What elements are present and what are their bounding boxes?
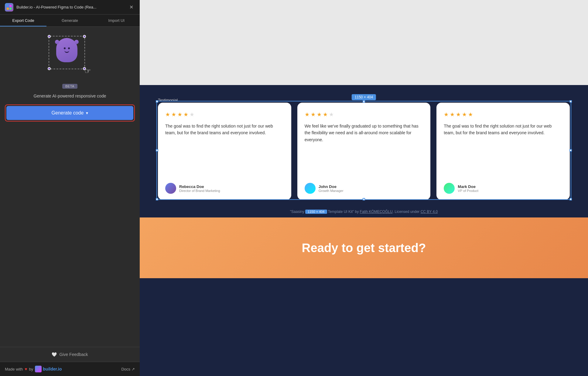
star-3-2: ★ [450, 111, 455, 118]
canvas-area: Testimonial 1150 × 404 ★ ★ ★ ★ ★ [140, 0, 588, 376]
builder-logo-icon [5, 3, 13, 12]
canvas-top-empty [140, 0, 588, 85]
stars-1: ★ ★ ★ ★ ★ [165, 111, 284, 118]
beta-badge: BETA [62, 84, 77, 89]
docs-label: Docs [121, 367, 130, 371]
char-ear-left [55, 40, 59, 44]
testimonial-text-1: The goal was to find the right solution … [165, 123, 284, 177]
size-indicator: 1150 × 404 [305, 210, 327, 214]
panel-body: ☞ BETA Generate AI-powered responsive co… [0, 27, 140, 347]
star-1-5: ★ [190, 111, 194, 118]
star-3-5: ★ [468, 111, 473, 118]
testimonial-text-2: We feel like we've finally graduated up … [305, 123, 423, 177]
generate-code-button[interactable]: Generate code ▾ [6, 106, 133, 120]
stars-2: ★ ★ ★ ★ ★ [305, 111, 423, 118]
chevron-down-icon: ▾ [86, 111, 88, 115]
panel-description: Generate AI-powered responsive code [34, 94, 106, 98]
star-2-1: ★ [305, 111, 309, 118]
testimonial-section-label: Testimonial [158, 98, 178, 102]
author-name-3: Mark Doe [458, 184, 478, 189]
svg-rect-2 [7, 8, 9, 10]
docs-link[interactable]: Docs ↗ [121, 367, 135, 371]
external-link-icon: ↗ [132, 367, 135, 371]
star-3-3: ★ [456, 111, 461, 118]
star-1-1: ★ [165, 111, 170, 118]
author-info-2: John Doe Growth Manager [319, 184, 344, 193]
panel-title: Builder.io - AI-Powered Figma to Code (R… [16, 5, 128, 9]
size-badge: 1150 × 404 [352, 94, 376, 100]
svg-rect-0 [7, 5, 9, 7]
dashed-selection [49, 36, 85, 69]
heart-icon: ♥ [25, 367, 27, 371]
feedback-area: 🤍 Give Feedback [0, 347, 140, 362]
illustration-area: ☞ [39, 33, 100, 81]
author-link[interactable]: Fatih KÖMEÇOĞLU [360, 210, 393, 214]
give-feedback-button[interactable]: 🤍 Give Feedback [52, 352, 88, 357]
plugin-panel: Builder.io - AI-Powered Figma to Code (R… [0, 0, 140, 376]
author-name-2: John Doe [319, 184, 344, 189]
tab-export-code[interactable]: Export Code [0, 15, 46, 26]
star-3-1: ★ [444, 111, 449, 118]
builder-logo: builder.io [35, 366, 62, 372]
svg-rect-1 [9, 5, 12, 7]
testimonial-section: Testimonial 1150 × 404 ★ ★ ★ ★ ★ [140, 85, 588, 206]
star-2-3: ★ [317, 111, 322, 118]
star-2-4: ★ [323, 111, 328, 118]
close-button[interactable]: ✕ [128, 4, 135, 11]
corner-tm [363, 100, 365, 103]
builder-logo-text: builder.io [43, 367, 62, 371]
ready-text: Ready to get started? [302, 241, 426, 255]
cursor-icon: ☞ [84, 67, 91, 75]
testimonial-card-3: ★ ★ ★ ★ ★ The goal was to find the right… [436, 103, 570, 200]
star-3-4: ★ [462, 111, 467, 118]
feedback-label: Give Feedback [59, 352, 88, 357]
testimonial-card-2: ★ ★ ★ ★ ★ We feel like we've finally gra… [297, 103, 431, 200]
character-blob [56, 38, 77, 62]
by-label: by [29, 367, 33, 371]
testimonial-author-2: John Doe Growth Manager [305, 183, 423, 194]
char-ear-right [74, 40, 79, 44]
corner-mr [569, 149, 572, 152]
generate-btn-wrapper: Generate code ▾ [5, 104, 135, 121]
author-title-1: Director of Brand Marketing [179, 189, 220, 193]
testimonials-grid: ★ ★ ★ ★ ★ The goal was to find the right… [158, 103, 570, 200]
star-2-5: ★ [329, 111, 334, 118]
testimonial-text-3: The goal was to find the right solution … [444, 123, 562, 177]
author-avatar-2 [305, 183, 316, 194]
builder-logo-mark [35, 366, 42, 372]
tab-generate[interactable]: Generate [46, 15, 93, 26]
author-info-1: Rebecca Doe Director of Brand Marketing [179, 184, 220, 193]
char-eye-left [64, 47, 66, 49]
author-name-1: Rebecca Doe [179, 184, 220, 189]
license-link[interactable]: CC BY 4.0 [421, 210, 438, 214]
testimonial-card-1: ★ ★ ★ ★ ★ The goal was to find the right… [158, 103, 291, 200]
canvas-bottom-cta: Ready to get started? [140, 217, 588, 278]
author-title-2: Growth Manager [319, 189, 344, 193]
author-title-3: VP of Product [458, 189, 478, 193]
star-1-2: ★ [171, 111, 176, 118]
tab-import-ui[interactable]: Import UI [93, 15, 140, 26]
selection-dot-tl [48, 35, 51, 38]
char-mouth [64, 50, 69, 53]
author-avatar-1 [165, 183, 176, 194]
stars-3: ★ ★ ★ ★ ★ [444, 111, 562, 118]
author-info-3: Mark Doe VP of Product [458, 184, 478, 193]
corner-br [569, 198, 572, 200]
panel-header: Builder.io - AI-Powered Figma to Code (R… [0, 0, 140, 15]
svg-rect-3 [9, 8, 12, 10]
made-with-label: Made with [5, 367, 23, 371]
attribution-text: "Saasiny 1150 × 404 Template UI Kit" by … [140, 206, 588, 217]
made-with-section: Made with ♥ by builder.io [5, 366, 62, 372]
testimonial-author-3: Mark Doe VP of Product [444, 183, 562, 194]
selection-dot-tr [83, 35, 86, 38]
heart-feedback-icon: 🤍 [52, 352, 57, 357]
star-1-4: ★ [183, 111, 188, 118]
panel-tabs: Export Code Generate Import UI [0, 15, 140, 27]
author-avatar-3 [444, 183, 455, 194]
panel-footer: Made with ♥ by builder.io Docs ↗ [0, 362, 140, 376]
character-face [64, 47, 70, 49]
star-1-3: ★ [177, 111, 182, 118]
star-2-2: ★ [311, 111, 316, 118]
generate-btn-label: Generate code [52, 110, 84, 116]
selection-dot-bl [48, 67, 51, 70]
